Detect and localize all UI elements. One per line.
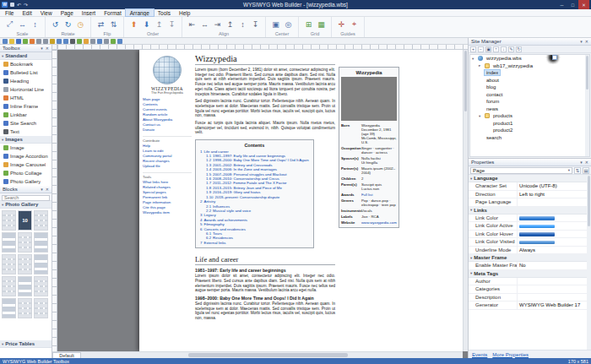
wiki-nav-link[interactable]: Wizzypedia item bbox=[143, 210, 192, 215]
block-thumbnail[interactable] bbox=[2, 254, 16, 274]
horizontal-scrollbar[interactable] bbox=[81, 352, 463, 358]
site-manager-tool-icon[interactable]: + bbox=[470, 46, 476, 52]
menu-item[interactable]: File bbox=[1, 9, 18, 16]
color-swatch[interactable] bbox=[519, 241, 555, 245]
menu-item[interactable]: Tools bbox=[154, 9, 175, 16]
block-thumbnail[interactable] bbox=[34, 254, 48, 274]
toolbar-icon[interactable] bbox=[111, 39, 116, 44]
ribbon-icon[interactable]: ▦ bbox=[316, 19, 327, 30]
toolbox-item[interactable]: Heading bbox=[0, 77, 52, 85]
tree-scrollbar[interactable] bbox=[585, 55, 589, 156]
property-value[interactable] bbox=[518, 222, 587, 230]
blocks-search-input[interactable] bbox=[2, 195, 50, 201]
ribbon-icon[interactable]: ✛ bbox=[336, 19, 347, 30]
toolbar-icon[interactable] bbox=[36, 39, 41, 44]
color-swatch[interactable] bbox=[519, 216, 555, 220]
toolbox-item[interactable]: Photo Gallery bbox=[0, 177, 52, 186]
property-value[interactable]: No bbox=[518, 262, 587, 269]
ribbon-icon[interactable]: ⇥ bbox=[212, 19, 223, 30]
property-section-header[interactable]: ▾ Language bbox=[469, 175, 587, 182]
ribbon-icon[interactable]: ▣ bbox=[270, 19, 281, 30]
property-value[interactable] bbox=[518, 198, 587, 206]
toolbox-category[interactable]: ▾ Images bbox=[0, 136, 52, 144]
save-icon[interactable] bbox=[10, 3, 14, 7]
ribbon-icon[interactable]: ↧ bbox=[166, 19, 177, 30]
toolbox-item[interactable]: Image bbox=[0, 144, 52, 152]
tree-item[interactable]: product2 bbox=[470, 127, 589, 134]
property-section-header[interactable]: ▾ Master Frame bbox=[469, 254, 587, 262]
property-value[interactable]: Unicode (UTF-8) bbox=[518, 182, 587, 190]
wiki-nav-link[interactable]: Upload file bbox=[143, 164, 192, 169]
breakpoint-tab-default[interactable]: Default bbox=[52, 352, 81, 358]
block-thumbnail[interactable] bbox=[2, 210, 16, 231]
toolbar-icon[interactable] bbox=[3, 39, 8, 44]
property-row[interactable]: Direction Left to right bbox=[469, 191, 587, 199]
panel-close-icon[interactable]: ✕ bbox=[46, 46, 49, 51]
property-row[interactable]: Generator WYSIWYG Web Builder 17 bbox=[469, 302, 587, 310]
toolbar-icon[interactable] bbox=[117, 39, 122, 44]
menu-item[interactable]: Insert bbox=[78, 9, 100, 16]
toolbox-item[interactable]: Bulleted List bbox=[0, 68, 52, 77]
ribbon-icon[interactable]: ⇄ bbox=[95, 19, 106, 30]
menu-item[interactable]: Arrange bbox=[126, 9, 154, 16]
panel-close-icon[interactable]: ✕ bbox=[585, 39, 588, 44]
panel-close-icon[interactable]: ✕ bbox=[46, 187, 49, 192]
minimize-button[interactable]: ─ bbox=[556, 0, 567, 9]
toolbar-icon[interactable] bbox=[97, 39, 102, 44]
block-thumbnail[interactable] bbox=[18, 254, 32, 274]
property-value[interactable]: Always bbox=[518, 247, 587, 254]
ribbon-icon[interactable]: ⌖ bbox=[349, 19, 360, 30]
properties-scrollbar[interactable] bbox=[587, 175, 591, 350]
toolbar-icon[interactable] bbox=[23, 39, 28, 44]
ribbon-icon[interactable]: ↥ bbox=[154, 19, 165, 30]
toolbar-icon[interactable] bbox=[90, 39, 95, 44]
property-row[interactable]: Character Set Unicode (UTF-8) bbox=[469, 182, 587, 191]
toolbar-icon[interactable] bbox=[63, 39, 68, 44]
block-thumbnail[interactable] bbox=[2, 276, 16, 296]
property-row[interactable]: Underline Mode Always bbox=[469, 247, 587, 255]
ribbon-icon[interactable]: ⇅ bbox=[108, 19, 119, 30]
undo-icon[interactable]: ↶ bbox=[17, 3, 21, 8]
toolbar-icon[interactable] bbox=[50, 39, 55, 44]
properties-target-select[interactable]: Page ▾ bbox=[470, 167, 572, 174]
block-thumbnail[interactable] bbox=[2, 298, 16, 318]
block-thumbnail[interactable]: 10 bbox=[18, 210, 32, 231]
tree-expander-icon[interactable]: ▾ bbox=[472, 57, 476, 61]
ribbon-icon[interactable]: ⬇ bbox=[141, 19, 152, 30]
toolbar-icon[interactable] bbox=[43, 39, 48, 44]
menu-item[interactable]: Edit bbox=[18, 9, 35, 16]
menu-item[interactable]: Format bbox=[100, 9, 126, 16]
maximize-button[interactable]: □ bbox=[567, 0, 578, 9]
site-manager-tool-icon[interactable]: ↓ bbox=[501, 46, 507, 52]
block-thumbnail[interactable] bbox=[18, 298, 32, 318]
toolbox-item[interactable]: Photo Collage bbox=[0, 169, 52, 177]
panel-menu-icon[interactable]: ▾ bbox=[580, 160, 583, 165]
property-section-header[interactable]: ▾ Links bbox=[469, 207, 587, 215]
toolbar-icon[interactable] bbox=[16, 39, 21, 44]
toolbox-item[interactable]: Inline Frame bbox=[0, 102, 52, 111]
toolbar-icon[interactable] bbox=[104, 39, 109, 44]
tree-item[interactable]: forum bbox=[470, 98, 589, 106]
tree-item[interactable]: blog bbox=[470, 84, 589, 91]
tree-item[interactable]: ▾ products bbox=[470, 112, 589, 120]
ribbon-icon[interactable]: ⬆ bbox=[128, 19, 139, 30]
property-row[interactable]: Link Color Active bbox=[469, 222, 587, 231]
ribbon-icon[interactable]: ↥ bbox=[225, 19, 236, 30]
site-manager-tool-icon[interactable]: ▣ bbox=[485, 46, 491, 52]
tree-expander-icon[interactable]: ▾ bbox=[479, 114, 483, 118]
ribbon-icon[interactable]: ◷ bbox=[75, 19, 86, 30]
toolbox-category[interactable]: ▾ Standard bbox=[0, 52, 52, 60]
property-value[interactable] bbox=[518, 215, 587, 222]
tree-item[interactable]: index bbox=[470, 69, 589, 77]
toolbox-item[interactable]: Linkbar bbox=[0, 111, 52, 119]
ribbon-icon[interactable]: ↕ bbox=[30, 19, 41, 30]
toolbar-icon[interactable] bbox=[9, 39, 14, 44]
property-row[interactable]: Categories bbox=[469, 285, 587, 294]
tree-item[interactable]: search bbox=[470, 134, 589, 142]
property-value[interactable] bbox=[518, 294, 587, 302]
blocks-category-price-tables[interactable]: ▾ Price Tables bbox=[0, 340, 52, 348]
toolbar-icon[interactable] bbox=[70, 39, 75, 44]
block-thumbnail[interactable] bbox=[34, 298, 48, 318]
property-value[interactable] bbox=[518, 278, 587, 285]
tree-item[interactable]: ▸ wb17_wizzypedia bbox=[470, 62, 589, 70]
